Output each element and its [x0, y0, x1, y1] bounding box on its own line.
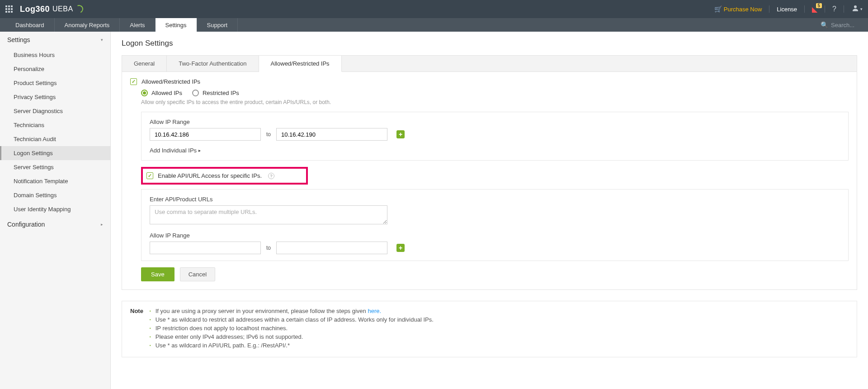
purchase-now-link[interactable]: Purchase Now	[714, 5, 762, 13]
notification-count: 5	[816, 3, 822, 8]
sidebar-item-domain-settings[interactable]: Domain Settings	[0, 188, 110, 202]
tab-allowed-restricted-ips[interactable]: Allowed/Restricted IPs	[259, 56, 342, 72]
note-item: If you are using a proxy server in your …	[150, 308, 434, 314]
svg-point-0	[854, 5, 857, 8]
logo-swoosh-icon	[75, 5, 83, 13]
license-link[interactable]: License	[777, 6, 797, 13]
nav-settings[interactable]: Settings	[156, 18, 197, 32]
cart-icon	[714, 5, 722, 13]
nav-anomaly-reports[interactable]: Anomaly Reports	[55, 18, 120, 32]
note-item: IP restriction does not apply to localho…	[150, 325, 434, 332]
add-individual-ips-toggle[interactable]: Add Individual IPs ▸	[150, 147, 840, 154]
enable-api-label: Enable API/URL Access for specific IPs.	[158, 172, 262, 179]
product-logo: Log360 UEBA	[20, 5, 83, 14]
note-item: Use * as wildcard to restrict all addres…	[150, 316, 434, 323]
sidebar-item-privacy-settings[interactable]: Privacy Settings	[0, 90, 110, 104]
sidebar-item-business-hours[interactable]: Business Hours	[0, 48, 110, 62]
nav-support[interactable]: Support	[197, 18, 238, 32]
caret-right-icon: ▸	[198, 148, 201, 153]
allowed-ips-radio[interactable]: Allowed IPs	[141, 90, 182, 96]
page-title: Logon Settings	[122, 39, 857, 48]
tab-two-factor-authentication[interactable]: Two-Factor Authentication	[167, 56, 259, 71]
allowed-restricted-label: Allowed/Restricted IPs	[142, 78, 200, 85]
allowed-restricted-checkbox[interactable]	[130, 78, 137, 85]
caret-icon: ▾	[101, 38, 103, 42]
ip-to-input[interactable]	[276, 128, 387, 141]
sidebar-item-server-settings[interactable]: Server Settings	[0, 160, 110, 174]
help-text: Allow only specific IPs to access the en…	[141, 99, 849, 105]
sidebar-item-technician-audit[interactable]: Technician Audit	[0, 132, 110, 146]
radio-icon	[141, 90, 148, 96]
ip-from-input[interactable]	[150, 128, 261, 141]
note-list: If you are using a proxy server in your …	[150, 308, 434, 351]
sidebar: Settings▾Business HoursPersonalizeProduc…	[0, 32, 111, 389]
user-icon	[851, 4, 859, 14]
add-api-range-button[interactable]: +	[396, 244, 405, 252]
sidebar-item-personalize[interactable]: Personalize	[0, 62, 110, 76]
tab-body: Allowed/Restricted IPs Allowed IPs Restr…	[122, 71, 857, 290]
caret-down-icon: ▾	[860, 7, 863, 11]
radio-icon	[192, 90, 199, 96]
api-urls-label: Enter API/Product URLs	[150, 196, 840, 203]
tab-general[interactable]: General	[122, 56, 167, 71]
sidebar-item-product-settings[interactable]: Product Settings	[0, 76, 110, 90]
sidebar-item-technicians[interactable]: Technicians	[0, 118, 110, 132]
nav-alerts[interactable]: Alerts	[120, 18, 155, 32]
help-icon[interactable]: ?	[832, 5, 836, 13]
enable-api-checkbox[interactable]	[146, 172, 153, 179]
api-urls-textarea[interactable]	[150, 205, 387, 224]
restricted-ips-radio[interactable]: Restricted IPs	[192, 90, 239, 96]
apps-grid-icon[interactable]	[5, 5, 13, 13]
sidebar-item-server-diagnostics[interactable]: Server Diagnostics	[0, 104, 110, 118]
nav-dashboard[interactable]: Dashboard	[5, 18, 55, 32]
note-item: Please enter only IPv4 addresses; IPv6 i…	[150, 333, 434, 340]
note-item: Use * as wildcard in API/URL path. E.g.:…	[150, 342, 434, 349]
save-button[interactable]: Save	[141, 267, 175, 281]
sidebar-item-logon-settings[interactable]: Logon Settings	[0, 146, 110, 160]
add-range-button[interactable]: +	[396, 130, 405, 138]
search-icon: 🔍	[821, 21, 828, 28]
api-ip-from-input[interactable]	[150, 242, 261, 254]
sidebar-item-notification-template[interactable]: Notification Template	[0, 174, 110, 188]
settings-tabs: GeneralTwo-Factor AuthenticationAllowed/…	[122, 55, 857, 71]
api-ip-to-input[interactable]	[276, 242, 387, 254]
main-nav: DashboardAnomaly ReportsAlertsSettingsSu…	[0, 18, 868, 32]
api-ip-range-label: Allow IP Range	[150, 232, 840, 239]
topbar: Log360 UEBA Purchase Now License ◣ 5 ? ▾	[0, 0, 868, 18]
sidebar-group-settings[interactable]: Settings▾	[0, 32, 110, 48]
note-label: Note	[130, 308, 143, 351]
note-box: Note If you are using a proxy server in …	[122, 301, 857, 357]
main-content: Logon Settings GeneralTwo-Factor Authent…	[111, 32, 868, 389]
sidebar-item-user-identity-mapping[interactable]: User Identity Mapping	[0, 202, 110, 216]
api-url-panel: Enter API/Product URLs Allow IP Range to…	[141, 189, 849, 261]
note-link[interactable]: here.	[368, 308, 381, 314]
user-menu[interactable]: ▾	[851, 4, 863, 14]
ip-range-panel: Allow IP Range to + Add Individual IPs ▸	[141, 112, 849, 161]
search-input[interactable]	[831, 22, 863, 28]
enable-api-highlight: Enable API/URL Access for specific IPs. …	[141, 167, 308, 185]
cancel-button[interactable]: Cancel	[180, 267, 215, 281]
sidebar-group-configuration[interactable]: Configuration▸	[0, 216, 110, 232]
info-icon[interactable]: ?	[268, 173, 274, 179]
notifications-button[interactable]: ◣ 5	[812, 5, 817, 14]
ip-range-label: Allow IP Range	[150, 119, 840, 125]
caret-icon: ▸	[101, 222, 103, 227]
